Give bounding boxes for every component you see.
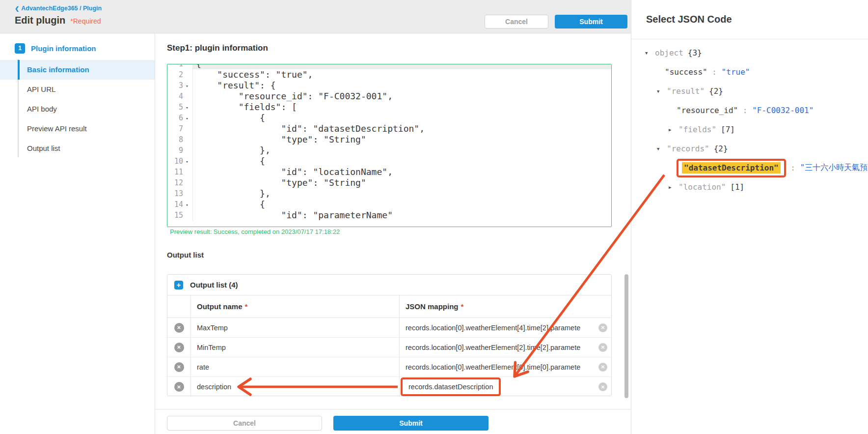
json-mapping-highlight-box: records.datasetDescription <box>401 377 501 396</box>
output-card-title-row: + Output list (4) <box>167 275 611 295</box>
json-mapping-cell[interactable]: records.location[0].weatherElement[2].ti… <box>400 338 611 357</box>
fold-spacer <box>183 123 191 134</box>
output-name-cell[interactable]: description <box>191 377 400 397</box>
editor-line: 3▾ "result": { <box>167 80 611 91</box>
sidebar-item-output-list[interactable]: Output list <box>0 139 155 158</box>
fold-spacer <box>183 64 191 69</box>
output-table-header: Output name * JSON mapping * <box>167 295 611 318</box>
line-number: 4 <box>167 91 183 102</box>
column-header-actions <box>167 295 191 318</box>
line-number: 15 <box>167 210 183 221</box>
fold-spacer <box>183 91 191 102</box>
sidebar-item-api-url[interactable]: API URL <box>0 80 155 99</box>
dataset-description-highlight: "datasetDescription" <box>677 159 786 177</box>
breadcrumb[interactable]: ❮AdvantechEdge365 / Plugin <box>15 5 102 12</box>
editor-line: 4 "resource_id": "F-C0032-001", <box>167 91 611 102</box>
header-submit-button[interactable]: Submit <box>555 15 627 29</box>
expand-icon[interactable]: ▶ <box>669 127 678 132</box>
tree-row: ▼"result"{2} <box>631 82 868 101</box>
bottom-cancel-button[interactable]: Cancel <box>167 416 322 431</box>
editor-gutter: 12 <box>167 177 193 188</box>
tree-row: "success" : "true" <box>631 62 868 82</box>
sidebar-item-api-body[interactable]: API body <box>0 99 155 119</box>
code-text: }, <box>193 145 611 156</box>
tree-key: "records" <box>667 144 709 153</box>
fold-spacer <box>183 134 191 145</box>
editor-gutter: 4 <box>167 91 193 102</box>
sidebar-subitems: Basic informationAPI URLAPI bodyPreview … <box>0 60 155 158</box>
output-list-label: Output list <box>167 251 204 259</box>
tree-row: ▶"fields"[7] <box>631 120 868 139</box>
collapse-icon[interactable]: ▼ <box>645 51 655 56</box>
header-cancel-button[interactable]: Cancel <box>485 15 548 29</box>
line-number: 3 <box>167 80 183 91</box>
add-output-button[interactable]: + <box>174 281 183 289</box>
step-number-badge: 1 <box>15 43 25 54</box>
fold-spacer <box>183 177 191 188</box>
tree-count: [1] <box>730 182 744 192</box>
output-name-cell[interactable]: MaxTemp <box>191 318 400 337</box>
sidebar-item-plugin-information[interactable]: 1 Plugin information <box>15 41 155 55</box>
output-name-cell[interactable]: rate <box>191 357 400 376</box>
sidebar-item-basic-information[interactable]: Basic information <box>0 60 155 80</box>
editor-gutter: 1 <box>167 64 193 69</box>
tree-row: ▶"location"[1] <box>631 177 868 197</box>
editor-line: 2 "success": "true", <box>167 69 611 80</box>
clear-mapping-button[interactable]: ✕ <box>598 343 607 352</box>
editor-gutter: 6▾ <box>167 113 193 123</box>
output-list-title: Output list (4) <box>190 281 238 289</box>
table-row: ✕descriptionrecords.datasetDescription✕ <box>167 377 611 397</box>
fold-arrow-icon[interactable]: ▾ <box>183 156 191 167</box>
fold-arrow-icon[interactable]: ▾ <box>183 199 191 210</box>
code-editor[interactable]: 1{2 "success": "true",3▾ "result": {4 "r… <box>167 64 612 227</box>
line-number: 12 <box>167 177 183 188</box>
delete-row-button[interactable]: ✕ <box>174 343 184 352</box>
tree-count: {2} <box>714 144 728 153</box>
expand-icon[interactable]: ▶ <box>669 185 678 190</box>
sidebar-item-preview-api-result[interactable]: Preview API result <box>0 119 155 139</box>
code-text: { <box>193 113 611 123</box>
code-text: "resource_id": "F-C0032-001", <box>193 91 611 102</box>
collapse-icon[interactable]: ▼ <box>657 146 667 151</box>
editor-line: 6▾ { <box>167 113 611 123</box>
table-row: ✕MinTemprecords.location[0].weatherEleme… <box>167 338 611 357</box>
output-name-cell[interactable]: MinTemp <box>191 338 400 357</box>
row-actions-cell: ✕ <box>167 338 191 357</box>
editor-gutter: 11 <box>167 167 193 177</box>
output-table-body: ✕MaxTemprecords.location[0].weatherEleme… <box>167 318 611 397</box>
edit-plugin-page: ❮AdvantechEdge365 / Plugin Edit plugin *… <box>0 0 868 434</box>
fold-arrow-icon[interactable]: ▾ <box>183 80 191 91</box>
preview-result-text: Preview result: Success, completed on 20… <box>170 228 340 235</box>
editor-line: 5▾ "fields": [ <box>167 102 611 113</box>
editor-line: 7 "id": "datasetDescription", <box>167 123 611 134</box>
tree-colon: : <box>707 67 722 77</box>
line-number: 10 <box>167 156 183 167</box>
json-mapping-cell[interactable]: records.location[0].weatherElement[4].ti… <box>400 318 611 337</box>
breadcrumb-label: AdvantechEdge365 / Plugin <box>21 5 102 12</box>
delete-row-button[interactable]: ✕ <box>174 323 184 333</box>
delete-row-button[interactable]: ✕ <box>174 382 184 392</box>
fold-arrow-icon[interactable]: ▾ <box>183 113 191 123</box>
fold-spacer <box>183 167 191 177</box>
plus-icon: + <box>177 281 181 289</box>
row-actions-cell: ✕ <box>167 318 191 337</box>
tree-key: "success" <box>665 67 707 77</box>
code-text: "id": "datasetDescription", <box>193 123 611 134</box>
bottom-submit-button[interactable]: Submit <box>333 416 488 431</box>
line-number: 5 <box>167 102 183 113</box>
fold-arrow-icon[interactable]: ▾ <box>183 102 191 113</box>
tree-value: "true" <box>722 67 750 77</box>
collapse-icon[interactable]: ▼ <box>657 89 667 94</box>
vertical-scrollbar[interactable] <box>624 274 628 398</box>
clear-mapping-button[interactable]: ✕ <box>598 363 607 372</box>
clear-mapping-button[interactable]: ✕ <box>598 323 607 332</box>
json-mapping-value: records.location[0].weatherElement[0].ti… <box>406 363 580 371</box>
section-title: Step1: plugin information <box>167 43 268 53</box>
json-mapping-cell[interactable]: records.datasetDescription✕ <box>400 377 611 397</box>
delete-row-button[interactable]: ✕ <box>174 362 184 372</box>
clear-mapping-button[interactable]: ✕ <box>598 382 607 391</box>
json-mapping-cell[interactable]: records.location[0].weatherElement[0].ti… <box>400 357 611 376</box>
editor-line: 14▾ { <box>167 199 611 210</box>
editor-gutter: 9 <box>167 145 193 156</box>
code-text: { <box>193 156 611 167</box>
